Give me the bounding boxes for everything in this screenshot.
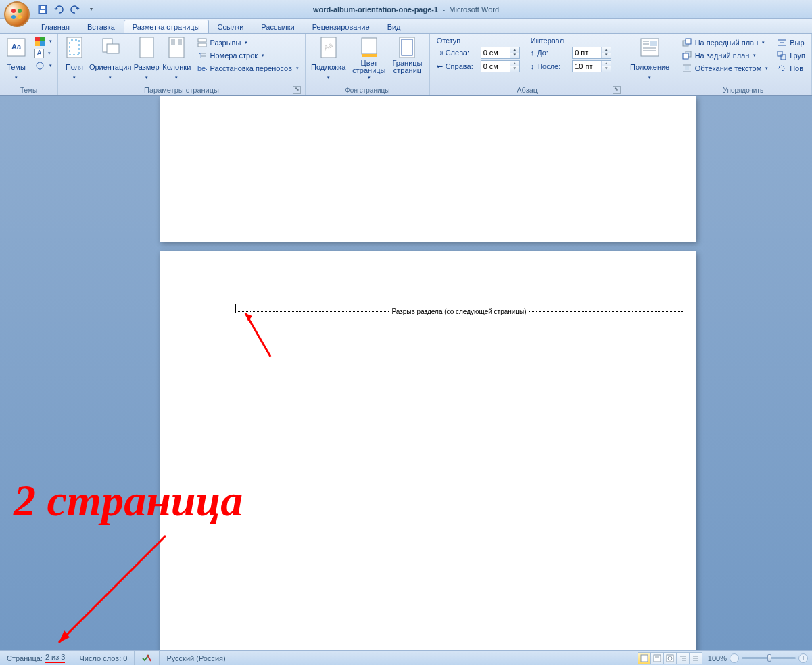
svg-point-0 [11,9,16,13]
office-button[interactable] [4,1,30,27]
zoom-value[interactable]: 100% [708,654,727,662]
status-language[interactable]: Русский (Россия) [160,651,233,665]
orientation-button[interactable]: Ориентация▾ [89,35,131,82]
spacing-after-input[interactable] [573,61,601,72]
margins-button[interactable]: Поля▾ [61,35,88,82]
theme-fonts-button[interactable]: A▾ [32,48,54,59]
svg-marker-59 [59,630,70,643]
tab-page-layout[interactable]: Разметка страницы [124,20,209,33]
columns-button[interactable]: Колонки▾ [162,35,191,82]
themes-button[interactable]: Aa Темы ▾ [3,35,30,82]
hyphenation-button[interactable]: bе-Расстановка переносов▾ [195,62,301,74]
svg-rect-27 [198,43,206,47]
view-full-screen[interactable] [650,652,664,664]
group-themes-label: Темы [3,85,55,95]
doc-name: word-album-orientation-one-page-1 [313,5,438,14]
status-page[interactable]: Страница: 2 из 3 [0,651,72,665]
svg-rect-45 [686,39,691,44]
status-words[interactable]: Число слов: 0 [72,651,135,665]
spacing-after-spinner[interactable]: ▲▼ [572,60,611,72]
up-arrow-icon[interactable]: ▲ [602,47,611,53]
down-arrow-icon[interactable]: ▼ [510,53,519,58]
margins-label: Поля [66,60,83,74]
svg-text:Aa: Aa [11,43,22,51]
down-arrow-icon[interactable]: ▼ [602,66,611,72]
zoom-out-button[interactable]: − [730,653,739,663]
paragraph-launcher[interactable]: ⬊ [613,86,621,94]
size-button[interactable]: Размер▾ [133,35,160,82]
group-page-setup-label: Параметры страницы⬊ [61,85,302,95]
send-back-button[interactable]: На задний план▾ [679,49,771,62]
group-page-setup: Поля▾ Ориентация▾ Размер▾ Колонки▾ Разры… [58,34,306,95]
spacing-block: Интервал ↕До:▲▼ ↕После:▲▼ [531,37,612,73]
watermark-button[interactable]: AaПодложка▾ [308,35,348,82]
svg-rect-18 [140,37,153,58]
position-button[interactable]: Положение▾ [628,35,672,82]
breaks-button[interactable]: Разрывы▾ [195,37,301,49]
save-icon[interactable] [35,2,50,17]
page-color-button[interactable]: Цвет страницы▾ [350,35,388,82]
indent-right-input[interactable] [481,61,510,72]
tab-mailings[interactable]: Рассылки [252,20,303,33]
document-area[interactable]: Разрыв раздела (со следующей страницы) 2… [0,96,812,650]
spacing-title: Интервал [531,37,612,46]
theme-colors-button[interactable]: ▾ [32,35,54,47]
line-numbers-button[interactable]: 1Номера строк▾ [195,49,301,62]
indent-right-spinner[interactable]: ▲▼ [481,60,520,72]
zoom-thumb[interactable] [767,654,771,662]
group-btn-label: Груп [790,51,805,60]
text-wrap-button[interactable]: Обтекание текстом▾ [679,62,771,74]
page-setup-launcher[interactable]: ⬊ [293,86,301,94]
group-icon [776,50,787,61]
page-borders-icon [396,37,418,58]
view-print-layout[interactable] [638,652,651,664]
group-button[interactable]: Груп [774,49,807,62]
qat-customize-icon[interactable]: ▾ [84,2,99,17]
theme-effects-button[interactable]: ▾ [32,60,54,72]
down-arrow-icon[interactable]: ▼ [510,66,519,72]
spacing-before-input[interactable] [573,47,601,58]
view-draft[interactable] [689,652,702,664]
down-arrow-icon[interactable]: ▼ [602,53,611,58]
themes-label: Темы [7,60,26,74]
indent-left-spinner[interactable]: ▲▼ [481,47,520,59]
zoom-in-button[interactable]: + [798,653,808,663]
spacing-before-spinner[interactable]: ▲▼ [572,47,611,59]
svg-rect-35 [362,54,377,57]
send-back-label: На задний план [695,51,750,60]
proofing-icon [141,653,152,664]
tab-references[interactable]: Ссылки [209,20,253,33]
up-arrow-icon[interactable]: ▲ [602,61,611,66]
tab-review[interactable]: Рецензирование [304,20,379,33]
view-web-layout[interactable] [663,652,677,664]
annotation-text: 2 страница [14,475,243,526]
columns-label: Колонки [162,60,191,74]
page-borders-button[interactable]: Границы страниц [389,35,425,76]
redo-icon[interactable] [68,2,82,17]
tab-view[interactable]: Вид [379,20,410,33]
svg-rect-5 [40,10,45,13]
page-2[interactable]: Разрыв раздела (со следующей страницы) [160,251,696,650]
status-proofing[interactable] [135,651,160,665]
page-1-partial[interactable] [160,96,696,242]
view-outline[interactable] [676,652,690,664]
indent-right-icon: ⇤ [437,62,443,71]
undo-icon[interactable] [51,2,66,17]
align-icon [776,37,787,48]
indent-left-input[interactable] [481,47,510,58]
status-right: 100% − + [638,652,812,664]
align-button[interactable]: Выр [774,37,807,49]
zoom-slider[interactable] [742,657,796,659]
bring-front-button[interactable]: На передний план▾ [679,37,771,49]
svg-rect-11 [35,41,40,46]
tab-insert[interactable]: Вставка [78,20,124,33]
svg-rect-6 [41,6,45,9]
svg-text:1: 1 [199,51,203,60]
spacing-after-label: После: [537,62,569,70]
group-paragraph: Отступ ⇥Слева:▲▼ ⇤Справа:▲▼ Интервал ↕До… [430,34,625,95]
tab-home[interactable]: Главная [32,20,78,33]
rotate-button[interactable]: Пов [774,62,807,74]
up-arrow-icon[interactable]: ▲ [510,61,519,66]
svg-point-1 [18,9,22,13]
up-arrow-icon[interactable]: ▲ [510,47,519,53]
